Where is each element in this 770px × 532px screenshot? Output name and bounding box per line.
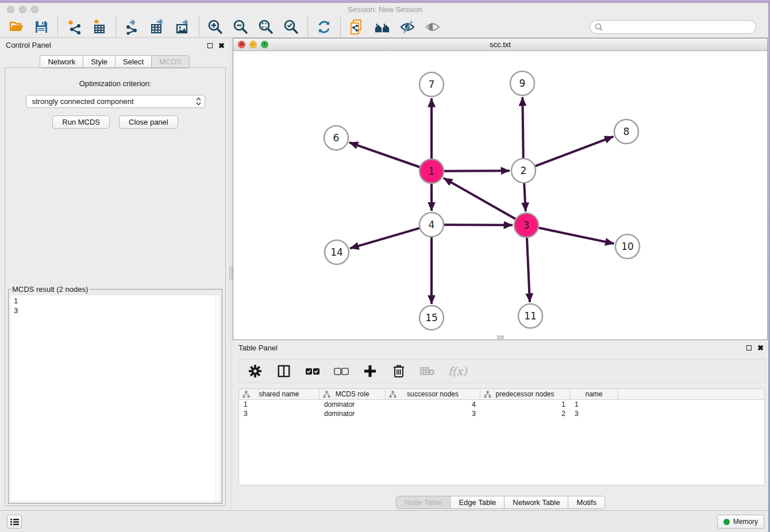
table-header-row[interactable]: shared nameMCDS rolesuccessor nodesprede… xyxy=(239,389,764,400)
mcds-result-title: MCDS result (2 nodes) xyxy=(11,285,89,294)
delete-table-icon[interactable] xyxy=(419,363,436,379)
table-cell[interactable]: 1 xyxy=(480,400,570,409)
close-panel-icon[interactable]: ✖ xyxy=(218,42,225,49)
network-maximize-icon[interactable]: + xyxy=(261,41,268,48)
close-table-panel-icon[interactable]: ✖ xyxy=(757,344,764,352)
graph-node-label: 1 xyxy=(429,165,435,177)
table-cell[interactable]: 3 xyxy=(386,409,480,418)
tab-network-table[interactable]: Network Table xyxy=(505,496,568,509)
import-table-icon[interactable] xyxy=(91,19,107,35)
gear-icon[interactable] xyxy=(247,363,263,379)
zoom-out-icon[interactable] xyxy=(233,19,249,35)
select-stepper-icon xyxy=(196,97,201,106)
first-neighbors-icon[interactable] xyxy=(374,19,390,35)
search-input[interactable] xyxy=(590,20,756,34)
table-cell[interactable]: 2 xyxy=(480,409,570,418)
clone-network-icon[interactable] xyxy=(349,19,365,35)
table-cell[interactable]: 1 xyxy=(239,400,319,409)
table-cell[interactable]: dominator xyxy=(319,400,386,409)
hide-selected-icon[interactable] xyxy=(399,19,415,35)
graph-edge-4-14[interactable] xyxy=(350,228,419,248)
close-window-icon[interactable] xyxy=(7,6,14,13)
table-body[interactable]: 1dominator4113dominator323 xyxy=(239,400,764,418)
tab-style[interactable]: Style xyxy=(83,55,116,68)
zoom-selected-icon[interactable] xyxy=(283,19,299,35)
table-cell[interactable]: dominator xyxy=(319,409,386,418)
graph-edge-2-3[interactable] xyxy=(524,183,526,211)
node-table[interactable]: shared nameMCDS rolesuccessor nodesprede… xyxy=(238,388,765,485)
mcds-result-list[interactable]: 13 xyxy=(10,295,221,502)
result-scrollbar[interactable] xyxy=(215,295,220,502)
network-close-icon[interactable]: ✕ xyxy=(238,41,245,48)
run-mcds-button[interactable]: Run MCDS xyxy=(52,115,110,129)
column-header-shared-name[interactable]: shared name xyxy=(239,389,319,399)
columns-icon[interactable] xyxy=(276,363,292,379)
table-row[interactable]: 3dominator323 xyxy=(239,409,764,418)
table-panel: Table Panel ✖ xyxy=(233,340,768,510)
optimization-criterion-label: Optimization criterion: xyxy=(5,79,225,88)
graph-edge-2-8[interactable] xyxy=(536,137,614,167)
float-table-panel-icon[interactable] xyxy=(746,345,752,350)
window-title: Session: New Session xyxy=(0,3,770,16)
import-network-icon[interactable] xyxy=(66,19,82,35)
show-all-icon[interactable] xyxy=(425,19,441,35)
table-cell[interactable]: 4 xyxy=(386,400,480,409)
result-item[interactable]: 3 xyxy=(14,306,217,315)
table-cell[interactable]: 3 xyxy=(570,409,618,418)
close-panel-button[interactable]: Close panel xyxy=(119,115,178,129)
graph-edge-1-2[interactable] xyxy=(444,171,510,171)
tab-network[interactable]: Network xyxy=(40,55,83,68)
mcds-result-group: MCDS result (2 nodes) 13 xyxy=(8,285,222,504)
network-graph[interactable]: 7968124314101511 xyxy=(233,51,768,340)
window-controls[interactable] xyxy=(7,6,38,13)
result-item[interactable]: 1 xyxy=(14,296,217,306)
table-cell[interactable]: 3 xyxy=(239,409,319,418)
graph-edge-4-3[interactable] xyxy=(444,225,513,225)
column-header-predecessor-nodes[interactable]: predecessor nodes xyxy=(480,389,570,399)
graph-edge-3-10[interactable] xyxy=(539,228,614,244)
delete-row-icon[interactable] xyxy=(391,363,407,379)
add-row-icon[interactable] xyxy=(362,363,378,379)
function-builder-icon[interactable]: f(x) xyxy=(448,365,467,377)
table-cell[interactable]: 1 xyxy=(570,400,618,409)
save-session-icon[interactable] xyxy=(33,19,49,35)
float-panel-icon[interactable] xyxy=(207,43,213,48)
graph-node-label: 15 xyxy=(425,312,438,323)
graph-edge-2-9[interactable] xyxy=(522,97,523,158)
tab-mcds[interactable]: MCDS xyxy=(152,55,189,68)
minimize-window-icon[interactable] xyxy=(19,6,26,13)
criterion-select[interactable]: strongly connected component xyxy=(26,95,205,108)
network-view-window: ✕ − + scc.txt 7968124314101511 xyxy=(233,38,768,340)
canvas-resize-handle[interactable] xyxy=(497,336,504,339)
export-network-icon[interactable] xyxy=(124,19,140,35)
table-toolbar: f(x) xyxy=(238,359,765,383)
refresh-icon[interactable] xyxy=(316,19,332,35)
task-history-button[interactable] xyxy=(7,515,22,529)
memory-status-icon xyxy=(723,519,730,525)
graph-edge-3-11[interactable] xyxy=(527,238,530,302)
network-window-titlebar[interactable]: ✕ − + scc.txt xyxy=(233,38,767,51)
mcds-tab-content: Optimization criterion: strongly connect… xyxy=(5,67,226,506)
tab-node-table[interactable]: Node Table xyxy=(396,496,451,509)
export-table-icon[interactable] xyxy=(149,19,165,35)
deselect-all-icon[interactable] xyxy=(333,363,349,379)
tab-select[interactable]: Select xyxy=(116,55,152,68)
network-minimize-icon[interactable]: − xyxy=(249,41,257,48)
zoom-fit-icon[interactable] xyxy=(258,19,274,35)
network-canvas[interactable]: 7968124314101511 xyxy=(233,51,767,340)
table-row[interactable]: 1dominator411 xyxy=(239,400,764,409)
export-image-icon[interactable] xyxy=(175,19,191,35)
column-header-successor-nodes[interactable]: successor nodes xyxy=(386,389,480,399)
graph-edge-3-1[interactable] xyxy=(444,178,515,219)
open-file-icon[interactable] xyxy=(8,19,24,35)
memory-button[interactable]: Memory xyxy=(717,515,764,529)
criterion-selected-value: strongly connected component xyxy=(32,97,196,106)
column-header-MCDS-role[interactable]: MCDS role xyxy=(319,389,386,399)
zoom-in-icon[interactable] xyxy=(207,19,224,35)
maximize-window-icon[interactable] xyxy=(31,6,38,13)
graph-edge-1-6[interactable] xyxy=(349,142,420,167)
column-header-name[interactable]: name xyxy=(570,389,618,399)
tab-edge-table[interactable]: Edge Table xyxy=(451,496,505,509)
tab-motifs[interactable]: Motifs xyxy=(568,496,605,509)
select-all-icon[interactable] xyxy=(305,363,321,379)
